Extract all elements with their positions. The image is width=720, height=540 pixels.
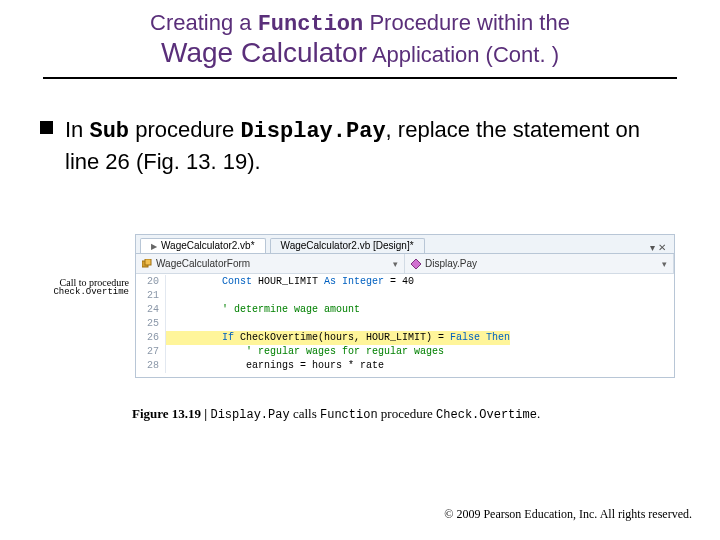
kw: If	[222, 332, 234, 343]
cap-t1: calls	[290, 406, 320, 421]
member-selector-bar: WageCalculatorForm ▾ Display.Pay ▾	[136, 254, 674, 274]
title-mono: Function	[258, 12, 364, 37]
class-icon	[142, 259, 152, 269]
tab-active-label: WageCalculator2.vb*	[161, 240, 255, 251]
callout-line2: Check.Overtime	[40, 288, 129, 298]
bt1: In	[65, 117, 89, 142]
title-underline	[43, 77, 677, 79]
line-number: 27	[136, 345, 166, 359]
title-pre: Creating a	[150, 10, 258, 35]
body: In Sub procedure Display.Pay, replace th…	[40, 115, 680, 422]
member-selector-label: Display.Pay	[425, 258, 477, 269]
code-highlight-line: If CheckOvertime(hours, HOUR_LIMIT) = Fa…	[166, 331, 510, 345]
bm2: Display.Pay	[240, 119, 385, 144]
tab-inactive[interactable]: WageCalculator2.vb [Design]*	[270, 238, 425, 253]
line-number: 20	[136, 275, 166, 289]
line-number: 28	[136, 359, 166, 373]
bullet-item: In Sub procedure Display.Pay, replace th…	[40, 115, 680, 176]
cap-t3: .	[537, 406, 540, 421]
bm1: Sub	[89, 119, 129, 144]
tab-active[interactable]: ▶WageCalculator2.vb*	[140, 238, 266, 253]
ide-screenshot: ▶WageCalculator2.vb* WageCalculator2.vb …	[135, 234, 675, 378]
cap-figno: Figure 13.19 |	[132, 406, 210, 421]
tab-glyph-icon: ▶	[151, 242, 157, 251]
kw: False Then	[450, 332, 510, 343]
title-big: Wage Calculator	[161, 37, 367, 68]
code-text: Const HOUR_LIMIT As Integer = 40	[166, 275, 414, 289]
ws	[174, 332, 222, 343]
figure-callout: Call to procedure Check.Overtime	[40, 234, 135, 298]
editor-tab-bar: ▶WageCalculator2.vb* WageCalculator2.vb …	[136, 235, 674, 254]
chevron-down-icon: ▾	[393, 259, 398, 269]
line-number: 21	[136, 289, 166, 303]
line-number: 26	[136, 331, 166, 345]
tab-overflow-icon[interactable]: ▾ ✕	[642, 242, 674, 253]
code-comment: ' regular wages for regular wages	[166, 345, 444, 359]
method-icon	[411, 259, 421, 269]
code-text: earnings = hours * rate	[166, 359, 384, 373]
code-text	[166, 289, 174, 303]
title-line2-post: Application (Cont. )	[367, 42, 559, 67]
copyright-footer: © 2009 Pearson Education, Inc. All right…	[444, 507, 692, 522]
slide-title: Creating a Function Procedure within the…	[0, 0, 720, 79]
cap-m3: Check.Overtime	[436, 408, 537, 422]
svg-rect-1	[145, 259, 151, 265]
svg-marker-2	[411, 259, 421, 269]
title-line-2: Wage Calculator Application (Cont. )	[0, 37, 720, 69]
class-selector[interactable]: WageCalculatorForm ▾	[136, 254, 405, 273]
copyright-icon: ©	[444, 507, 453, 521]
bullet-text: In Sub procedure Display.Pay, replace th…	[65, 115, 680, 176]
cap-t2: procedure	[378, 406, 436, 421]
footer-text: 2009 Pearson Education, Inc. All rights …	[453, 507, 692, 521]
chevron-down-icon: ▾	[662, 259, 667, 269]
title-post: Procedure within the	[363, 10, 570, 35]
line-number: 25	[136, 317, 166, 331]
cap-m2: Function	[320, 408, 378, 422]
tab-inactive-label: WageCalculator2.vb [Design]*	[281, 240, 414, 251]
bt2: procedure	[129, 117, 240, 142]
code-comment: ' determine wage amount	[166, 303, 360, 317]
class-selector-label: WageCalculatorForm	[156, 258, 250, 269]
code-text	[166, 317, 174, 331]
member-selector[interactable]: Display.Pay ▾	[405, 254, 674, 273]
code-pane: 20 Const HOUR_LIMIT As Integer = 40 21 2…	[136, 274, 674, 377]
title-line-1: Creating a Function Procedure within the	[0, 10, 720, 37]
figure-area: Call to procedure Check.Overtime ▶WageCa…	[40, 234, 680, 378]
figure-caption: Figure 13.19 | Display.Pay calls Functio…	[132, 406, 680, 422]
square-bullet-icon	[40, 121, 53, 134]
cap-m1: Display.Pay	[210, 408, 289, 422]
line-number: 24	[136, 303, 166, 317]
code-text: CheckOvertime(hours, HOUR_LIMIT) =	[234, 332, 450, 343]
